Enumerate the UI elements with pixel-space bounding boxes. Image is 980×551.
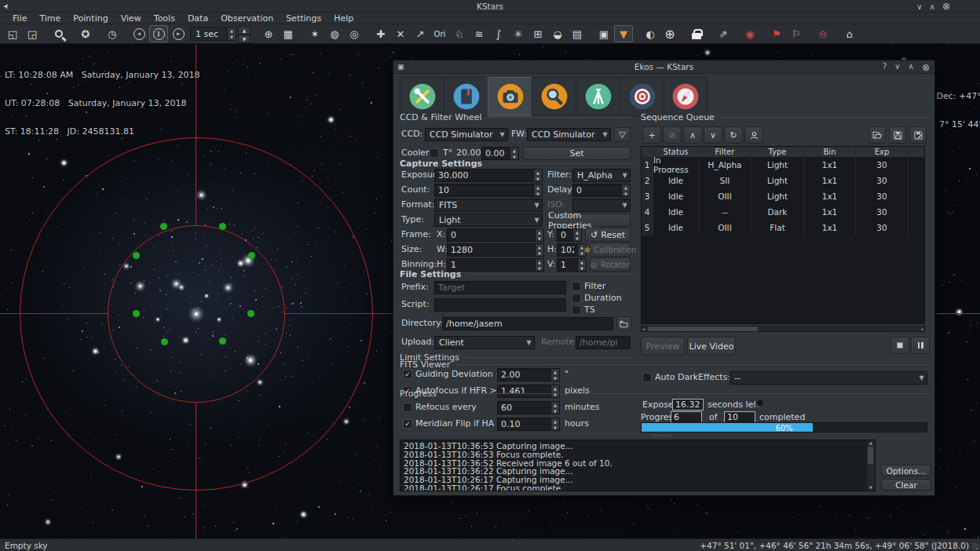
move-job-up-button[interactable]: ∧ [683,126,702,144]
spin-arrows[interactable]: ▲▼ [550,369,559,381]
spin-arrows[interactable]: ▲▼ [510,148,518,159]
filter-manager-button[interactable]: ▽ [614,127,631,142]
meridian-flip-checkbox[interactable]: ✓ [403,419,412,429]
save-sequence-as-button[interactable] [909,126,927,144]
open-sequence-button[interactable] [868,126,886,144]
tab-align[interactable] [620,77,664,116]
move-job-down-button[interactable]: ∨ [704,126,722,144]
observer-button[interactable] [744,126,763,144]
filter-checkbox[interactable] [572,282,581,291]
constellation-boundaries-icon[interactable]: ✳ [509,25,528,42]
log-scrollbar[interactable]: ▲ ▼ [867,440,875,491]
scroll-left-icon[interactable]: ◂ [642,327,645,332]
scroll-right-icon[interactable]: ▸ [921,327,923,332]
prefix-field[interactable] [434,281,566,294]
equatorial-grid-icon[interactable]: ⊞ [528,25,547,42]
browse-directory-button[interactable] [616,316,631,331]
minimize-icon[interactable]: ∨ [916,2,922,11]
stop-button[interactable] [890,337,909,354]
menu-data[interactable]: Data [181,13,214,24]
lock-position-icon[interactable] [687,25,706,42]
close-icon[interactable]: ⊗ [942,1,950,12]
filter-select[interactable]: H_Alpha▼ [572,169,631,182]
legend-icon[interactable]: ▤ [568,25,587,42]
table-row[interactable]: 3IdleOIIILight1x130 [642,188,924,204]
guiding-deviation-checkbox[interactable]: ✓ [403,370,412,379]
spin-arrows[interactable]: ▲▼ [533,184,542,196]
meridian-flip-field[interactable]: ▲▼ [497,418,560,431]
help-icon[interactable]: ? [883,62,887,73]
maximize-icon[interactable]: ∧ [930,2,935,11]
live-video-button[interactable]: Live Video [687,337,736,356]
record-icon[interactable]: ◉ [740,25,759,42]
duration-checkbox[interactable] [572,294,581,303]
menu-observation[interactable]: Observation [214,13,280,24]
log-view[interactable]: 2018-01-13T10:36:53 Capturing image... 2… [400,440,876,491]
tab-focus[interactable] [532,77,576,116]
auto-dark-checkbox[interactable] [642,373,652,382]
set-time-icon[interactable]: ◷ [103,25,122,42]
spin-arrows[interactable]: ▲▼ [550,402,559,414]
spin-arrows[interactable]: ▲▼ [621,184,630,196]
sequence-queue-table[interactable]: Status Filter Type Bin Exp 1In ProgressH… [641,146,925,324]
flag-icon[interactable]: ⚐ [787,25,806,42]
ts-checkbox[interactable] [572,305,581,315]
table-row[interactable]: 4Idle--Dark1x130 [642,204,924,220]
time-step-spin[interactable]: ▲▼ [227,27,236,40]
table-row[interactable]: 2IdleSIILight1x130 [642,173,924,188]
tab-setup[interactable] [400,77,444,116]
frame-y-field[interactable]: ▲▼ [557,228,582,242]
ekos-title-bar[interactable]: ▣ Ekos — KStars ? ∨ ∧ ⊗ [393,60,934,74]
table-horizontal-scrollbar[interactable]: ◂ ▸ [641,326,925,332]
script-field[interactable] [434,298,566,312]
ccd-select[interactable]: CCD Simulator▼ [425,128,508,141]
menu-help[interactable]: Help [327,13,360,24]
spin-arrows[interactable]: ▲▼ [572,229,581,241]
sky-culture-icon[interactable]: ≋ [470,25,488,42]
scroll-up-icon[interactable]: ▲ [867,440,875,446]
spin-arrows[interactable]: ▲▼ [535,244,543,256]
fw-select[interactable]: CCD Simulator▼ [527,128,611,141]
send-coordinates-icon[interactable]: ⇗ [714,25,733,42]
menu-tools[interactable]: Tools [148,13,181,24]
horizon-icon[interactable]: ◒ [548,25,567,42]
minimize-icon[interactable]: ∨ [894,62,900,73]
frame-x-field[interactable]: ▲▼ [447,228,544,242]
splitter-handle[interactable]: ······· [653,435,676,437]
type-select[interactable]: Light▼ [434,213,543,227]
constellation-art-icon[interactable]: ♘ [450,25,469,42]
reset-queue-button[interactable]: ↻ [724,126,743,144]
spin-arrows[interactable]: ▲▼ [550,418,559,430]
maximize-icon[interactable]: ∧ [909,62,914,73]
menu-time[interactable]: Time [33,13,67,24]
show-deep-sky-icon[interactable]: ◎ [345,25,364,42]
constellation-lines-icon[interactable]: ✕ [391,25,410,42]
tab-mount[interactable] [576,77,620,116]
table-row[interactable]: 1In ProgressH_AlphaLight1x130 [642,157,924,173]
scrollbar-thumb[interactable] [868,447,873,464]
menu-file[interactable]: File [6,13,33,24]
red-flag-icon[interactable]: ⚑ [767,25,786,42]
milky-way-icon[interactable]: ∫ [489,25,508,42]
spin-arrows[interactable]: ▲▼ [533,170,542,181]
mark-icon[interactable]: ✚ [371,25,390,42]
step-backward-icon[interactable]: ◂ [130,25,148,42]
effects-select[interactable]: --▼ [730,371,927,385]
guiding-deviation-field[interactable]: ▲▼ [497,368,560,381]
scrollbar-thumb[interactable] [648,327,758,331]
screenshot-icon[interactable]: ▦ [279,25,298,42]
refocus-every-field[interactable]: ▲▼ [497,401,560,414]
observatory-icon[interactable]: ⌂ [840,25,859,42]
pause-button[interactable] [911,337,930,354]
exposure-field[interactable]: ▲▼ [434,169,543,182]
resize-grip[interactable] [972,543,978,549]
crosshair-icon[interactable]: ⊕ [660,25,679,42]
menu-pointing[interactable]: Pointing [67,13,114,24]
show-solar-system-icon[interactable]: ◍ [325,25,344,42]
options-button[interactable]: Options... [881,465,931,476]
size-w-field[interactable]: ▲▼ [447,243,544,257]
add-job-button[interactable]: + [642,126,661,144]
table-row[interactable]: 5IdleOIIIFlat1x130 [642,220,924,235]
tab-scheduler[interactable] [444,77,488,116]
count-field[interactable]: ▲▼ [434,184,543,197]
